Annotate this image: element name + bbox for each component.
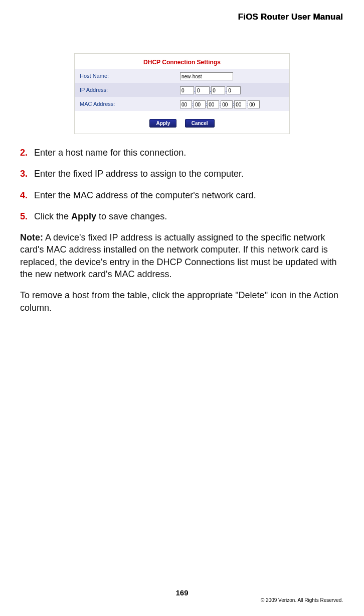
panel-title: DHCP Connection Settings [75,54,289,69]
mac-address-label: MAC Address: [75,97,175,111]
ip-octet-2-input[interactable] [196,86,210,94]
body-content: 2. Enter a host name for this connection… [20,147,343,323]
mac-octet-1-input[interactable] [180,100,192,108]
step-2: 2. Enter a host name for this connection… [20,147,343,159]
settings-form-table: Host Name: IP Address: ... MAC Address: … [75,69,289,111]
mac-octet-6-input[interactable] [248,100,260,108]
host-name-cell [175,69,289,83]
step-number: 5. [20,210,34,222]
step-text-a: Click the [34,211,71,221]
ip-octet-4-input[interactable] [227,86,241,94]
mac-octet-3-input[interactable] [207,100,219,108]
step-number: 2. [20,147,34,159]
step-number: 3. [20,168,34,180]
mac-octet-2-input[interactable] [194,100,206,108]
step-text: Enter the MAC address of the computer's … [34,189,343,201]
page-header-title: FiOS Router User Manual [238,12,343,22]
note-paragraph: Note: A device's fixed IP address is act… [20,231,343,280]
mac-octet-4-input[interactable] [221,100,233,108]
apply-button[interactable]: Apply [149,119,176,128]
ip-octet-3-input[interactable] [211,86,225,94]
ip-address-label: IP Address: [75,83,175,97]
note-label: Note: [20,232,43,242]
copyright-text: © 2009 Verizon. All Rights Reserved. [261,597,343,603]
step-text-bold: Apply [71,211,96,221]
note-text: A device's fixed IP address is actually … [20,232,336,279]
ip-address-cell: ... [175,83,289,97]
host-name-label: Host Name: [75,69,175,83]
ip-octet-1-input[interactable] [180,86,194,94]
step-text: Enter the fixed IP address to assign to … [34,168,343,180]
step-text: Click the Apply to save changes. [34,210,343,222]
step-text-b: to save changes. [96,211,167,221]
step-3: 3. Enter the fixed IP address to assign … [20,168,343,180]
mac-octet-5-input[interactable] [234,100,246,108]
remove-paragraph: To remove a host from the table, click t… [20,289,343,314]
page-number: 169 [0,588,364,597]
cancel-button[interactable]: Cancel [185,119,215,128]
step-number: 4. [20,189,34,201]
button-row: Apply Cancel [75,111,289,134]
step-5: 5. Click the Apply to save changes. [20,210,343,222]
mac-address-cell: ::::: [175,97,289,111]
step-4: 4. Enter the MAC address of the computer… [20,189,343,201]
dhcp-settings-panel: DHCP Connection Settings Host Name: IP A… [74,53,290,134]
step-text: Enter a host name for this connection. [34,147,343,159]
host-name-input[interactable] [180,72,233,80]
